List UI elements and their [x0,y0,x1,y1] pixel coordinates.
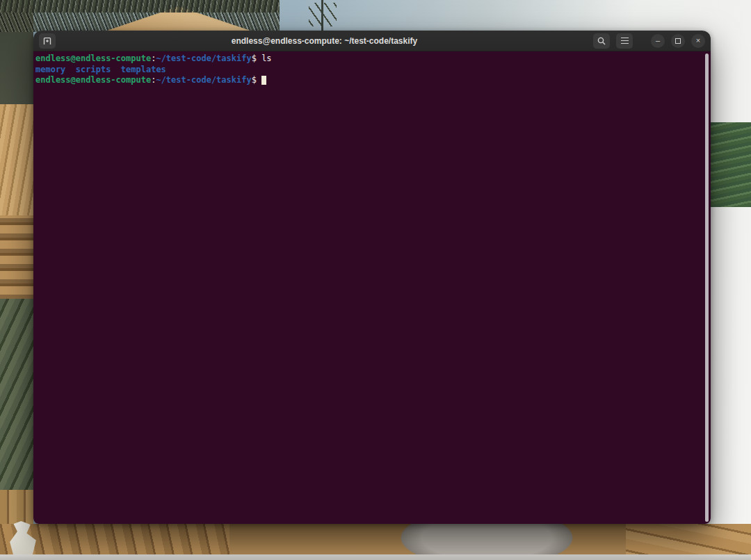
prompt-user-host: endless@endless-compute [35,75,151,85]
terminal-line-ls-output: memoryscriptstemplates [35,65,704,76]
prompt-path: ~/test-code/taskify [156,75,251,85]
directory-name: scripts [76,65,111,74]
wallpaper-pine-trees [711,122,751,207]
maximize-button[interactable] [671,34,685,48]
minimize-icon: – [656,37,660,44]
prompt-user-host: endless@endless-compute [35,53,151,63]
terminal-scrollbar[interactable] [705,53,709,522]
new-tab-button[interactable] [39,33,56,49]
terminal-line-prompt-ls: endless@endless-compute:~/test-code/task… [35,53,704,65]
menu-button[interactable] [616,33,633,49]
terminal-window: endless@endless-compute: ~/test-code/tas… [33,31,711,524]
prompt-symbol: $ [252,53,257,63]
terminal-cursor [261,76,266,85]
directory-name: templates [121,65,166,74]
terminal-content-area[interactable]: endless@endless-compute:~/test-code/task… [33,51,711,524]
terminal-line-active-prompt: endless@endless-compute:~/test-code/task… [35,75,704,86]
maximize-icon [675,38,681,44]
wallpaper-pine-sapling [303,0,342,32]
titlebar-controls: – × [593,33,705,49]
new-tab-icon [42,36,52,46]
titlebar[interactable]: endless@endless-compute: ~/test-code/tas… [33,31,711,51]
close-button[interactable]: × [691,34,705,48]
wallpaper-right-scenery [711,0,751,560]
directory-name: memory [35,65,65,74]
prompt-path: ~/test-code/taskify [156,53,251,63]
wallpaper-left-structure [0,0,33,560]
wallpaper-thatch-fringe [0,0,280,13]
menu-icon [621,38,629,44]
minimize-button[interactable]: – [651,34,665,48]
search-icon [597,36,606,46]
close-icon: × [696,37,700,44]
typed-command: ls [261,53,271,63]
prompt-symbol: $ [252,75,257,85]
wallpaper-bottom-strip [0,554,751,560]
search-button[interactable] [593,33,610,49]
window-title: endless@endless-compute: ~/test-code/tas… [60,36,589,46]
